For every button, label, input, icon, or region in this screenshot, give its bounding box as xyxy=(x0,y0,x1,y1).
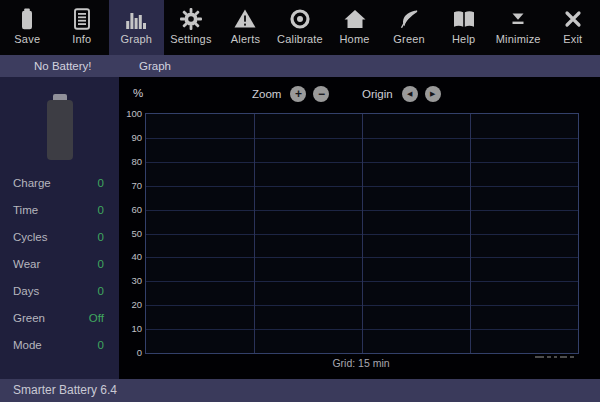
toolbar-item-label: Settings xyxy=(170,33,211,45)
stat-label: Time xyxy=(13,204,38,216)
toolbar: SaveInfoGraphSettingsAlertsCalibrateHome… xyxy=(0,0,600,55)
y-tick-label: 70 xyxy=(116,181,142,191)
view-title: Graph xyxy=(139,55,171,77)
vertical-gridline xyxy=(470,114,471,353)
stat-row-time: Time0 xyxy=(0,196,119,223)
battery-icon xyxy=(47,94,73,160)
toolbar-item-label: Exit xyxy=(563,33,582,45)
zoom-label: Zoom xyxy=(252,88,281,100)
toolbar-item-label: Green xyxy=(393,33,425,45)
battery-stats-list: Charge0Time0Cycles0Wear0Days0GreenOffMod… xyxy=(0,169,119,358)
y-tick-label: 50 xyxy=(116,229,142,239)
toolbar-item-home[interactable]: Home xyxy=(327,0,382,55)
status-bar: Smarter Battery 6.4 xyxy=(0,379,600,402)
app-version-text: Smarter Battery 6.4 xyxy=(13,383,117,397)
y-tick-label: 20 xyxy=(116,300,142,310)
stat-label: Days xyxy=(13,285,39,297)
stat-label: Charge xyxy=(13,177,51,189)
stat-row-wear: Wear0 xyxy=(0,250,119,277)
stat-label: Wear xyxy=(13,258,40,270)
origin-next-button[interactable]: ▶ xyxy=(425,86,441,102)
y-tick-label: 0 xyxy=(116,348,142,358)
infobar: No Battery! Graph xyxy=(0,55,600,77)
gear-icon xyxy=(179,6,203,32)
plot-area: 0102030405060708090100 xyxy=(145,113,579,354)
home-icon xyxy=(343,6,367,32)
battery-body xyxy=(47,100,73,160)
app-window: SaveInfoGraphSettingsAlertsCalibrateHome… xyxy=(0,0,600,402)
origin-controls: Origin ◀ ▶ xyxy=(362,85,441,102)
stat-row-days: Days0 xyxy=(0,277,119,304)
leaf-icon xyxy=(397,6,421,32)
battery-save-icon xyxy=(15,6,39,32)
y-axis-unit-label: % xyxy=(133,87,143,99)
stat-row-mode: Mode0 xyxy=(0,331,119,358)
stat-row-cycles: Cycles0 xyxy=(0,223,119,250)
sidebar: Charge0Time0Cycles0Wear0Days0GreenOffMod… xyxy=(0,77,119,379)
stat-value: 0 xyxy=(98,258,104,270)
grid-interval-label: Grid: 15 min xyxy=(145,357,577,369)
y-tick-label: 30 xyxy=(116,276,142,286)
minimize-icon xyxy=(506,6,530,32)
y-tick-label: 40 xyxy=(116,252,142,262)
stat-label: Cycles xyxy=(13,231,48,243)
vertical-gridline xyxy=(254,114,255,353)
toolbar-item-exit[interactable]: Exit xyxy=(545,0,600,55)
toolbar-item-help[interactable]: Help xyxy=(436,0,491,55)
toolbar-item-graph[interactable]: Graph xyxy=(109,0,164,55)
toolbar-item-label: Calibrate xyxy=(277,33,323,45)
info-document-icon xyxy=(70,6,94,32)
toolbar-item-alerts[interactable]: Alerts xyxy=(218,0,273,55)
graph-panel: % Zoom + − Origin ◀ ▶ 010203040506070809… xyxy=(119,77,600,379)
zoom-in-button[interactable]: + xyxy=(290,86,306,102)
toolbar-item-label: Info xyxy=(72,33,91,45)
toolbar-item-green[interactable]: Green xyxy=(382,0,437,55)
toolbar-item-info[interactable]: Info xyxy=(55,0,110,55)
close-x-icon xyxy=(561,6,585,32)
origin-label: Origin xyxy=(362,88,393,100)
y-tick-label: 90 xyxy=(116,133,142,143)
stat-label: Mode xyxy=(13,339,42,351)
toolbar-item-save[interactable]: Save xyxy=(0,0,55,55)
fine-print-marks xyxy=(535,356,579,359)
stat-value: 0 xyxy=(98,285,104,297)
stat-value: 0 xyxy=(98,204,104,216)
bar-chart-icon xyxy=(124,6,148,32)
main-area: Charge0Time0Cycles0Wear0Days0GreenOffMod… xyxy=(0,77,600,379)
vertical-gridline xyxy=(362,114,363,353)
stat-label: Green xyxy=(13,312,45,324)
toolbar-item-label: Home xyxy=(339,33,369,45)
stat-value: Off xyxy=(89,312,104,324)
toolbar-item-label: Minimize xyxy=(496,33,541,45)
origin-prev-button[interactable]: ◀ xyxy=(402,86,418,102)
stat-row-charge: Charge0 xyxy=(0,169,119,196)
toolbar-item-label: Graph xyxy=(121,33,153,45)
warning-triangle-icon xyxy=(233,6,257,32)
y-tick-label: 10 xyxy=(116,324,142,334)
stat-value: 0 xyxy=(98,339,104,351)
toolbar-item-label: Save xyxy=(14,33,40,45)
toolbar-item-label: Help xyxy=(452,33,475,45)
stat-row-green: GreenOff xyxy=(0,304,119,331)
toolbar-item-settings[interactable]: Settings xyxy=(164,0,219,55)
stat-value: 0 xyxy=(98,177,104,189)
target-icon xyxy=(288,6,312,32)
y-tick-label: 80 xyxy=(116,157,142,167)
zoom-out-button[interactable]: − xyxy=(313,86,329,102)
toolbar-item-minimize[interactable]: Minimize xyxy=(491,0,546,55)
toolbar-item-label: Alerts xyxy=(231,33,260,45)
battery-status-text: No Battery! xyxy=(34,55,92,77)
y-tick-label: 60 xyxy=(116,205,142,215)
zoom-controls: Zoom + − xyxy=(252,85,329,102)
open-book-icon xyxy=(452,6,476,32)
y-tick-label: 100 xyxy=(116,109,142,119)
stat-value: 0 xyxy=(98,231,104,243)
toolbar-item-calibrate[interactable]: Calibrate xyxy=(273,0,328,55)
